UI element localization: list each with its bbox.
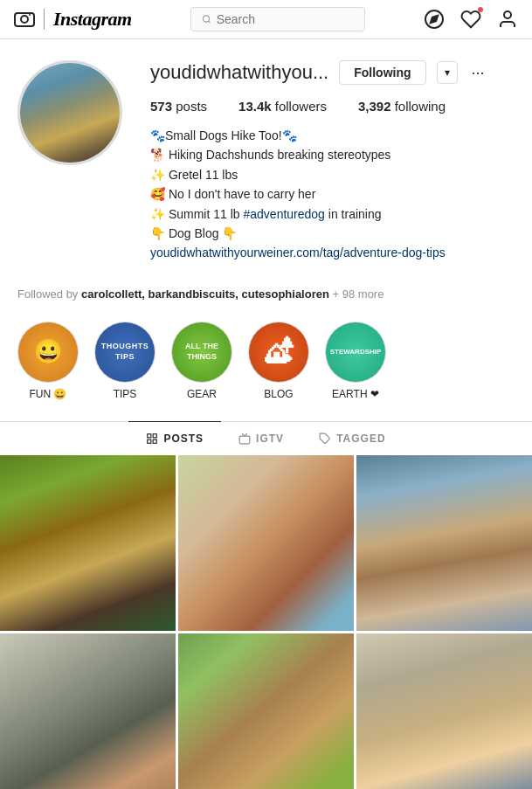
website-link[interactable]: youdidwhatwithyourweiner.com/tag/adventu… (150, 246, 446, 260)
photo-cell-4[interactable] (0, 633, 176, 789)
svg-rect-9 (154, 433, 157, 437)
tab-igtv-label: IGTV (256, 433, 284, 445)
tab-tagged[interactable]: TAGGED (301, 421, 403, 455)
followed-by-users: carolcollett, barkandbiscuits, cutesophi… (81, 287, 329, 301)
svg-rect-10 (148, 439, 151, 443)
tab-tagged-label: TAGGED (336, 433, 385, 445)
followed-by-section: Followed by carolcollett, barkandbiscuit… (0, 280, 532, 308)
following-label: following (395, 99, 446, 114)
highlight-earth[interactable]: STEWARDSHIP EARTH ❤ (325, 322, 386, 400)
following-stat: 3,392 following (358, 99, 446, 114)
bio-line-5: ✨ Summit 11 lb #adventuredog in training (150, 204, 515, 224)
bio-line-3: ✨ Gretel 11 lbs (150, 165, 515, 184)
header-icons (424, 9, 518, 30)
highlight-gear[interactable]: ALL THE THINGS GEAR (171, 322, 232, 400)
header: Instagram (0, 0, 532, 39)
camera-icon (14, 9, 35, 30)
highlight-circle-gear: ALL THE THINGS (171, 322, 232, 383)
svg-point-3 (203, 16, 209, 22)
profile-username: youdidwhatwithyou... (150, 61, 328, 84)
svg-rect-8 (148, 433, 151, 437)
tab-posts[interactable]: POSTS (128, 421, 221, 455)
highlight-label-blog: BLOG (264, 388, 293, 400)
search-input[interactable] (217, 12, 354, 26)
posts-count: 573 (150, 99, 172, 114)
highlight-fun[interactable]: 😀 FUN 😀 (17, 322, 79, 400)
followers-label: followers (275, 99, 327, 114)
followed-by-label: Followed by (17, 287, 78, 301)
photo-cell-1[interactable] (0, 455, 176, 631)
following-dropdown-button[interactable]: ▾ (437, 61, 458, 84)
highlight-label-earth: EARTH ❤ (332, 388, 379, 400)
svg-point-2 (29, 14, 31, 16)
compass-icon[interactable] (424, 9, 445, 30)
highlight-circle-tips: THOUGHTS TIPS (94, 322, 155, 383)
search-icon (202, 14, 211, 24)
following-button[interactable]: Following (339, 60, 425, 85)
avatar-container (17, 60, 122, 263)
photo-grid (0, 455, 532, 789)
photo-cell-5[interactable] (178, 633, 354, 789)
followers-stat: 13.4k followers (238, 99, 327, 114)
profile-icon[interactable] (497, 9, 518, 30)
photo-2 (178, 455, 354, 631)
profile-top-row: youdidwhatwithyou... Following ▾ ··· (150, 60, 515, 85)
bio-line-4: 🥰 No I don't have to carry her (150, 184, 515, 204)
svg-point-7 (504, 11, 511, 18)
avatar (17, 60, 122, 165)
svg-point-1 (21, 16, 28, 23)
highlight-blog[interactable]: 🏕 BLOG (248, 322, 309, 400)
notification-dot (478, 7, 483, 12)
highlight-label-gear: GEAR (187, 388, 217, 400)
highlight-circle-blog: 🏕 (248, 322, 309, 383)
photo-cell-2[interactable] (178, 455, 354, 631)
highlight-circle-earth: STEWARDSHIP (325, 322, 386, 383)
instagram-wordmark: Instagram (53, 8, 132, 31)
photo-1 (0, 455, 176, 631)
more-options-button[interactable]: ··· (468, 64, 488, 82)
photo-cell-3[interactable] (356, 455, 532, 631)
highlight-circle-fun: 😀 (17, 322, 79, 383)
followers-count: 13.4k (238, 99, 272, 114)
search-box[interactable] (190, 7, 365, 31)
svg-marker-6 (431, 16, 438, 23)
tabs-bar: POSTS IGTV TAGGED (0, 421, 532, 455)
photo-cell-6[interactable] (356, 633, 532, 789)
highlight-tips[interactable]: THOUGHTS TIPS TIPS (94, 322, 155, 400)
profile-stats: 573 posts 13.4k followers 3,392 followin… (150, 99, 515, 114)
tab-posts-label: POSTS (163, 433, 204, 445)
tag-icon (319, 433, 331, 445)
profile-bio: 🐾Small Dogs Hike Too!🐾 🐕 Hiking Dachshun… (150, 126, 515, 263)
bio-line-2: 🐕 Hiking Dachshunds breaking stereotypes (150, 145, 515, 164)
photo-5 (178, 633, 354, 789)
profile-section: youdidwhatwithyou... Following ▾ ··· 573… (0, 39, 532, 280)
posts-label: posts (176, 99, 207, 114)
svg-line-4 (208, 21, 210, 23)
header-divider (44, 9, 45, 30)
svg-rect-12 (239, 436, 250, 444)
photo-6 (356, 633, 532, 789)
profile-info: youdidwhatwithyou... Following ▾ ··· 573… (150, 60, 515, 263)
bio-website: youdidwhatwithyourweiner.com/tag/adventu… (150, 243, 515, 262)
highlight-label-tips: TIPS (114, 388, 137, 400)
highlight-label-fun: FUN 😀 (30, 388, 67, 400)
svg-rect-11 (154, 439, 157, 443)
photo-3 (356, 455, 532, 631)
grid-icon (146, 433, 158, 445)
logo-area: Instagram (14, 8, 132, 31)
bio-line-6: 👇 Dog Blog 👇 (150, 224, 515, 243)
photo-4 (0, 633, 176, 789)
heart-icon[interactable] (460, 9, 481, 30)
highlights-row: 😀 FUN 😀 THOUGHTS TIPS TIPS ALL THE THING… (0, 308, 532, 414)
search-area (142, 7, 413, 31)
posts-stat: 573 posts (150, 99, 207, 114)
following-count: 3,392 (358, 99, 391, 114)
tab-igtv[interactable]: IGTV (221, 421, 301, 455)
tv-icon (238, 433, 251, 445)
hashtag-adventuredog[interactable]: #adventuredog (243, 207, 324, 221)
followed-by-more: + 98 more (333, 287, 384, 301)
bio-line-1: 🐾Small Dogs Hike Too!🐾 (150, 126, 515, 145)
